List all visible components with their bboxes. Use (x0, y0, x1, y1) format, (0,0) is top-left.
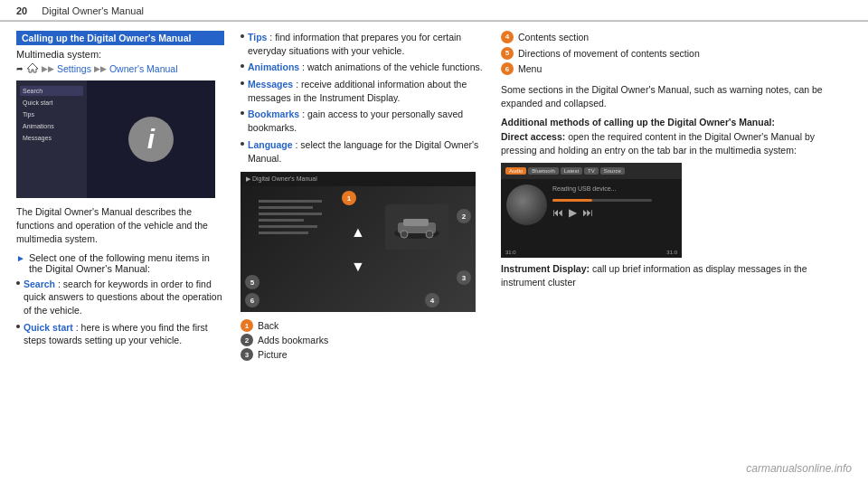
page-number: 20 (16, 5, 27, 16)
nav-owners-manual[interactable]: Owner's Manual (109, 63, 178, 74)
nav-home-icon (26, 62, 39, 75)
list-item: Quick start : here is where you find the… (16, 321, 224, 347)
right-label-4: Contents section (518, 31, 589, 44)
note-text: Some sections in the Digital Owner's Man… (501, 83, 852, 110)
legend-item-2: 2 Adds bookmarks (241, 334, 485, 346)
screenshot-main-area: i (87, 80, 215, 198)
arrow-bullet-text: Select one of the following menu items i… (29, 252, 224, 274)
mid-topbar: ▶ Digital Owner's Manual (241, 172, 476, 186)
additional-methods-heading: Additional methods of calling up the Dig… (501, 117, 852, 128)
direct-access-bold: Direct access: (501, 131, 565, 142)
list-item-text: Animations : watch animations of the veh… (248, 61, 483, 74)
page-header: 20 Digital Owner's Manual (0, 0, 868, 21)
bullet-list-mid: Tips : find information that prepares yo… (241, 31, 485, 165)
numbered-list-right: 4 Contents section 5 Directions of movem… (501, 31, 852, 76)
bullet-dot (241, 34, 244, 38)
sidebar-quickstart: Quick start (20, 98, 83, 108)
time-left: 31:0 (505, 250, 516, 255)
link-search: Search (24, 279, 55, 289)
link-bookmarks: Bookmarks (248, 109, 299, 119)
sidebar-tips: Tips (20, 109, 83, 119)
list-item: Search : search for keywords in order to… (16, 278, 224, 317)
down-arrow-icon: ▼ (351, 259, 365, 275)
link-messages: Messages (248, 79, 293, 90)
prev-icon: ⏮ (552, 206, 563, 219)
legend-num-3: 3 (241, 348, 253, 361)
legend-num-2: 2 (241, 334, 253, 346)
bullet-dot (16, 325, 20, 328)
right-text-area: Reading USB device... ⏮ ▶ ⏭ (552, 184, 676, 220)
right-screen-body: Reading USB device... ⏮ ▶ ⏭ (501, 179, 682, 231)
legend-item-3: 3 Picture (241, 348, 485, 361)
num-circle-5: 5 (245, 275, 259, 289)
right-label-5: Directions of movement of contents secti… (518, 47, 700, 61)
list-item: Language : select the language for the D… (241, 138, 485, 165)
nav-sep-1: ▶▶ (42, 64, 54, 73)
link-quickstart: Quick start (24, 322, 73, 333)
legend-num-1: 1 (241, 319, 253, 332)
legend-label-2: Adds bookmarks (258, 335, 328, 345)
multimedia-label: Multimedia system: (16, 49, 224, 60)
right-screen-top: Audio Bluetooth Latest TV Source (501, 163, 682, 179)
time-right: 31:0 (666, 250, 677, 255)
play-icon: ▶ (569, 206, 577, 219)
right-num-5: 5 (501, 47, 514, 60)
list-item: Messages : receive additional informatio… (241, 78, 485, 104)
instrument-caption: Instrument Display: call up brief inform… (501, 262, 852, 289)
car-svg (392, 213, 442, 241)
nav-arrows: ▲ ▼ (351, 224, 365, 275)
svg-point-5 (426, 231, 433, 238)
list-item-text: Tips : find information that prepares yo… (248, 31, 485, 57)
screenshot-left: Search Quick start Tips Animations Messa… (16, 80, 215, 198)
list-item: Bookmarks : gain access to your personal… (241, 108, 485, 134)
sidebar-messages: Messages (20, 133, 83, 143)
tab-source: Source (600, 167, 625, 175)
sidebar-animations: Animations (20, 121, 83, 131)
mid-content: ▲ ▼ (241, 186, 476, 312)
mid-screen-inner: ▶ Digital Owner's Manual ▲ ▼ (241, 172, 476, 312)
link-tips: Tips (248, 32, 267, 43)
screenshot-right: Audio Bluetooth Latest TV Source Reading… (501, 163, 682, 258)
toc-line (259, 200, 322, 203)
tab-tv: TV (584, 167, 599, 175)
info-circle: i (128, 117, 174, 162)
progress-bar-fill (552, 199, 592, 202)
right-num-6: 6 (501, 62, 514, 75)
bullet-list-left: Search : search for keywords in order to… (16, 278, 224, 347)
screenshot-sidebar: Search Quick start Tips Animations Messa… (16, 80, 87, 198)
col-left: Calling up the Digital Owner's Manual Mu… (16, 31, 224, 469)
sidebar-search: Search (20, 86, 83, 96)
watermark: carmanualsonline.info (746, 462, 852, 475)
num-circle-6: 6 (245, 293, 259, 307)
tab-audio: Audio (505, 167, 526, 175)
right-num-4: 4 (501, 31, 514, 43)
arrow-bullet: ► Select one of the following menu items… (16, 252, 224, 274)
toc-line (259, 213, 322, 215)
legend-label-3: Picture (258, 349, 288, 360)
legend-item-1: 1 Back (241, 319, 485, 332)
direct-access-text: Direct access: open the required content… (501, 130, 852, 157)
section-heading: Calling up the Digital Owner's Manual (16, 31, 224, 45)
toc-lines (259, 200, 331, 234)
description-text: The Digital Owner's Manual describes the… (16, 205, 224, 247)
toc-line (259, 225, 317, 228)
svg-marker-0 (27, 63, 38, 72)
toc-line (259, 206, 313, 209)
bullet-dot (241, 142, 244, 146)
instrument-bold: Instrument Display: (501, 263, 590, 274)
next-icon: ⏭ (582, 206, 593, 219)
bullet-dot (241, 111, 244, 115)
svg-point-4 (401, 231, 408, 238)
animations-desc: : watch animations of the vehicle functi… (302, 61, 483, 72)
nav-settings[interactable]: Settings (57, 63, 91, 74)
screenshot-mid: ▶ Digital Owner's Manual ▲ ▼ (241, 172, 476, 312)
link-language: Language (248, 139, 293, 150)
list-item: Animations : watch animations of the veh… (241, 61, 485, 74)
tips-desc: : find information that prepares you for… (248, 32, 461, 56)
bullet-dot (241, 64, 244, 68)
list-item: Tips : find information that prepares yo… (241, 31, 485, 57)
up-arrow-icon: ▲ (351, 224, 365, 241)
number-legend: 1 Back 2 Adds bookmarks 3 Picture (241, 319, 485, 361)
list-item-text: Quick start : here is where you find the… (24, 321, 224, 347)
main-content: Calling up the Digital Owner's Manual Mu… (0, 22, 868, 477)
